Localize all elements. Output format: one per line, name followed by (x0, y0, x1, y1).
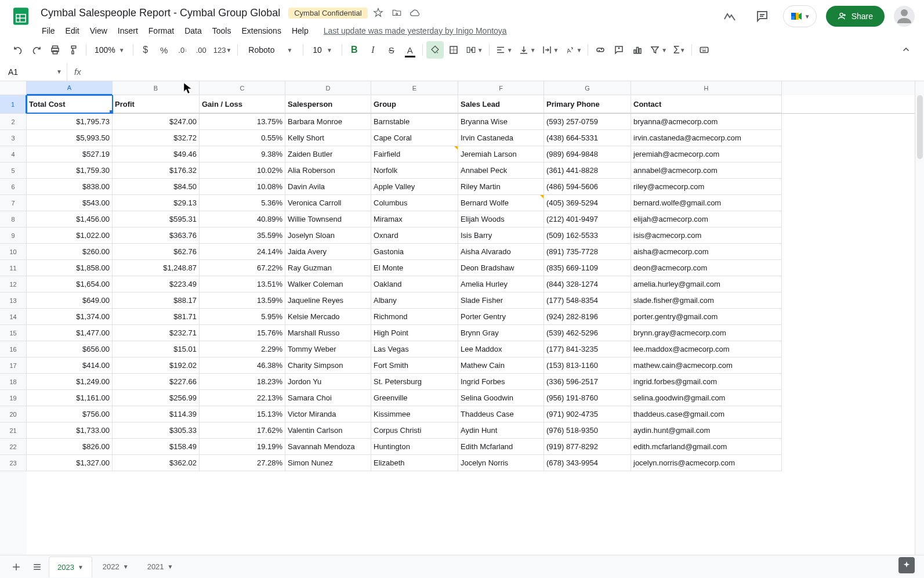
row-header-3[interactable]: 3 (0, 130, 27, 146)
data-cell[interactable]: $1,248.87 (113, 260, 200, 276)
data-cell[interactable]: 5.95% (200, 309, 285, 325)
data-cell[interactable]: aisha@acmecorp.com (631, 244, 782, 260)
data-cell[interactable]: Samara Choi (285, 390, 371, 406)
data-cell[interactable]: (971) 902-4735 (544, 406, 631, 422)
data-cell[interactable]: Jaida Avery (285, 244, 371, 260)
name-box[interactable]: A1▼ (3, 63, 67, 81)
data-cell[interactable]: 17.62% (200, 422, 285, 439)
menu-data[interactable]: Data (180, 24, 206, 38)
collapse-toolbar-button[interactable] (897, 41, 915, 59)
data-cell[interactable]: Lee Maddox (458, 341, 544, 357)
data-cell[interactable]: (509) 162-5533 (544, 227, 631, 244)
data-cell[interactable]: Oakland (371, 276, 458, 292)
column-header-A[interactable]: A (27, 81, 113, 95)
data-cell[interactable]: Jeremiah Larson (458, 146, 544, 162)
data-cell[interactable]: $756.00 (27, 406, 113, 422)
data-cell[interactable]: mathew.cain@acmecorp.com (631, 357, 782, 374)
data-cell[interactable]: $595.31 (113, 211, 200, 227)
last-update-link[interactable]: Last update was made yesterday by Inigo … (324, 26, 507, 35)
data-cell[interactable]: Corpus Christi (371, 422, 458, 439)
comments-icon[interactable] (751, 5, 774, 28)
data-cell[interactable]: $176.32 (113, 162, 200, 179)
zoom-selector[interactable]: 100%▼ (90, 41, 129, 59)
formula-bar[interactable] (88, 63, 924, 81)
data-cell[interactable]: aydin.hunt@gmail.com (631, 422, 782, 439)
data-cell[interactable]: $649.00 (27, 292, 113, 309)
fill-color-button[interactable] (426, 41, 444, 59)
comment-button[interactable] (610, 41, 628, 59)
data-cell[interactable]: $1,477.00 (27, 325, 113, 341)
data-cell[interactable]: (919) 877-8292 (544, 439, 631, 455)
print-button[interactable] (46, 41, 64, 59)
data-cell[interactable]: $1,654.00 (27, 276, 113, 292)
data-cell[interactable]: $1,733.00 (27, 422, 113, 439)
data-cell[interactable]: $29.13 (113, 195, 200, 211)
share-button[interactable]: Share (826, 6, 885, 27)
data-cell[interactable]: Valentin Carlson (285, 422, 371, 439)
data-cell[interactable]: 9.38% (200, 146, 285, 162)
row-header-21[interactable]: 21 (0, 422, 27, 439)
data-cell[interactable]: Jordon Yu (285, 374, 371, 390)
data-cell[interactable]: Richmond (371, 309, 458, 325)
data-cell[interactable]: Joselyn Sloan (285, 227, 371, 244)
data-cell[interactable]: (212) 401-9497 (544, 211, 631, 227)
data-cell[interactable]: 13.75% (200, 114, 285, 130)
data-cell[interactable]: Isis Barry (458, 227, 544, 244)
activity-icon[interactable] (718, 5, 741, 28)
menu-extensions[interactable]: Extensions (237, 24, 285, 38)
data-cell[interactable]: 2.29% (200, 341, 285, 357)
row-header-12[interactable]: 12 (0, 276, 27, 292)
sheet-tab-2021[interactable]: 2021▼ (139, 557, 182, 577)
data-cell[interactable]: Huntington (371, 439, 458, 455)
undo-button[interactable] (9, 41, 27, 59)
row-header-14[interactable]: 14 (0, 309, 27, 325)
row-header-16[interactable]: 16 (0, 341, 27, 357)
header-cell[interactable]: Salesperson (285, 95, 371, 113)
data-cell[interactable]: 22.13% (200, 390, 285, 406)
data-cell[interactable]: Selina Goodwin (458, 390, 544, 406)
data-cell[interactable]: Bryanna Wise (458, 114, 544, 130)
data-cell[interactable]: (177) 548-8354 (544, 292, 631, 309)
column-header-E[interactable]: E (371, 81, 458, 95)
data-cell[interactable]: jocelyn.norris@acmecorp.com (631, 455, 782, 471)
data-cell[interactable]: $260.00 (27, 244, 113, 260)
data-cell[interactable]: $232.71 (113, 325, 200, 341)
data-cell[interactable]: $305.33 (113, 422, 200, 439)
data-cell[interactable]: $1,858.00 (27, 260, 113, 276)
menu-file[interactable]: File (37, 24, 60, 38)
data-cell[interactable]: Davin Avila (285, 179, 371, 195)
menu-format[interactable]: Format (144, 24, 179, 38)
data-cell[interactable]: thaddeus.case@gmail.com (631, 406, 782, 422)
data-cell[interactable]: Walker Coleman (285, 276, 371, 292)
data-cell[interactable]: $227.66 (113, 374, 200, 390)
data-cell[interactable]: Kissimmee (371, 406, 458, 422)
data-cell[interactable]: Fairfield (371, 146, 458, 162)
data-cell[interactable]: porter.gentry@gmail.com (631, 309, 782, 325)
row-header-8[interactable]: 8 (0, 211, 27, 227)
menu-insert[interactable]: Insert (113, 24, 143, 38)
data-cell[interactable]: Miramax (371, 211, 458, 227)
data-cell[interactable]: El Monte (371, 260, 458, 276)
data-cell[interactable]: Tommy Weber (285, 341, 371, 357)
data-cell[interactable]: Aisha Alvarado (458, 244, 544, 260)
data-cell[interactable]: Kelly Short (285, 130, 371, 146)
data-cell[interactable]: (593) 257-0759 (544, 114, 631, 130)
data-cell[interactable]: (177) 841-3235 (544, 341, 631, 357)
row-header-22[interactable]: 22 (0, 439, 27, 455)
data-cell[interactable]: $527.19 (27, 146, 113, 162)
column-header-C[interactable]: C (200, 81, 285, 95)
data-cell[interactable]: Annabel Peck (458, 162, 544, 179)
merge-button[interactable]: ▼ (463, 41, 485, 59)
data-cell[interactable]: Brynn Gray (458, 325, 544, 341)
font-selector[interactable]: Roboto▼ (241, 41, 299, 59)
data-cell[interactable]: Simon Nunez (285, 455, 371, 471)
data-cell[interactable]: (924) 282-8196 (544, 309, 631, 325)
rotate-button[interactable]: A▼ (562, 41, 584, 59)
header-cell[interactable]: Sales Lead (458, 95, 544, 113)
italic-button[interactable]: I (364, 41, 382, 59)
column-header-B[interactable]: B (113, 81, 200, 95)
data-cell[interactable]: 19.19% (200, 439, 285, 455)
data-cell[interactable]: 46.38% (200, 357, 285, 374)
data-cell[interactable]: $1,795.73 (27, 114, 113, 130)
data-cell[interactable]: 10.08% (200, 179, 285, 195)
